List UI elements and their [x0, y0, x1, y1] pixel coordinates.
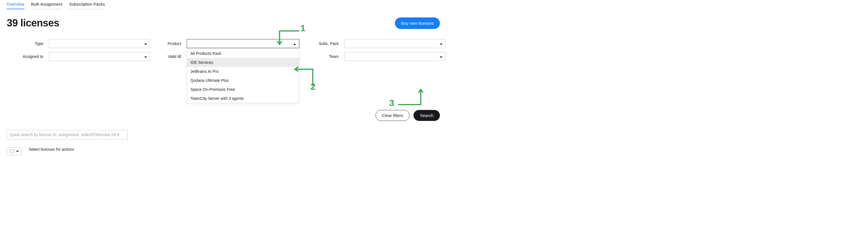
subs-pack-label: Subs. Pack — [305, 41, 339, 46]
assigned-to-select[interactable] — [49, 52, 150, 61]
page-title: 39 licenses — [7, 17, 59, 29]
annotation-number-2: 2 — [311, 81, 316, 92]
product-option-jetbrains-ai-pro[interactable]: JetBrains AI Pro — [187, 67, 299, 76]
bulk-select-toggle[interactable] — [7, 147, 22, 155]
product-option-all-products-pack[interactable]: All Products Pack — [187, 49, 299, 58]
product-option-ide-services[interactable]: IDE Services — [187, 58, 299, 67]
chevron-down-icon — [440, 41, 442, 46]
tab-overview[interactable]: Overview — [7, 1, 25, 9]
checkbox-icon — [10, 149, 14, 153]
quick-search-input[interactable] — [7, 130, 128, 139]
search-button[interactable]: Search — [413, 110, 440, 121]
product-option-qodana-ultimate-plus[interactable]: Qodana Ultimate Plus — [187, 76, 299, 85]
product-option-teamcity-server[interactable]: TeamCity Server with 3 agents — [187, 94, 299, 103]
bulk-select-label: Select licenses for actions — [29, 147, 74, 151]
chevron-up-icon — [293, 41, 296, 46]
team-label: Team — [305, 54, 339, 59]
tab-subscription-packs[interactable]: Subscription Packs — [69, 1, 105, 9]
chevron-down-icon — [144, 54, 147, 59]
type-select[interactable] — [49, 39, 150, 48]
valid-till-label: Valid till — [156, 54, 181, 59]
annotation-number-3: 3 — [389, 98, 394, 108]
product-label: Product — [156, 41, 181, 46]
product-select[interactable] — [187, 39, 299, 48]
product-dropdown[interactable]: All Products Pack IDE Services JetBrains… — [187, 49, 299, 103]
tab-bulk-assignment[interactable]: Bulk Assignment — [31, 1, 62, 9]
type-label: Type — [7, 41, 43, 46]
annotation-number-1: 1 — [300, 23, 306, 33]
chevron-down-icon — [440, 54, 442, 59]
chevron-down-icon — [16, 151, 19, 152]
subs-pack-select[interactable] — [344, 39, 445, 48]
clear-filters-button[interactable]: Clear filters — [375, 110, 410, 121]
assigned-to-label: Assigned to — [7, 54, 43, 59]
team-select[interactable] — [344, 52, 445, 61]
chevron-down-icon — [144, 41, 147, 46]
buy-new-licenses-button[interactable]: Buy new licenses — [395, 18, 440, 29]
product-option-space-on-premises-free[interactable]: Space On-Premises Free — [187, 85, 299, 94]
